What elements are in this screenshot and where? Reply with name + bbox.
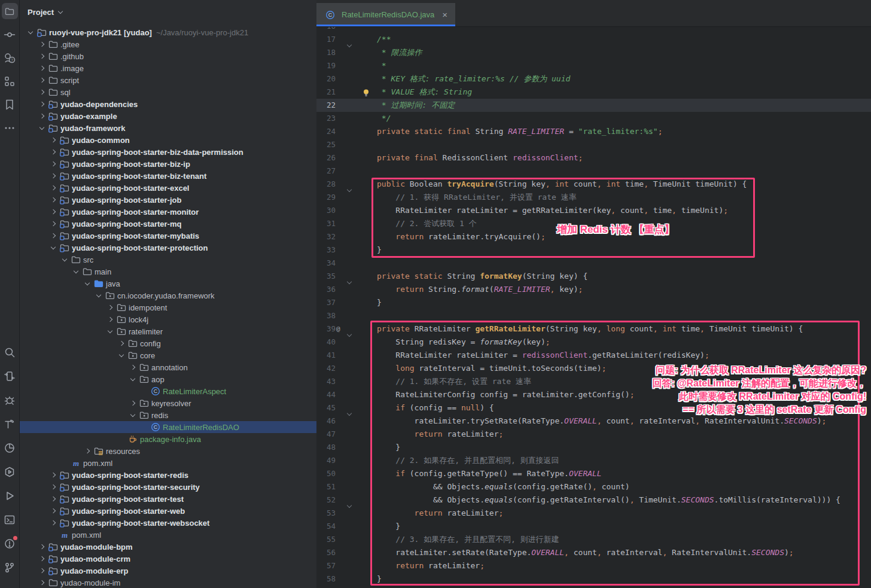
chevron-right-icon[interactable]	[105, 303, 115, 312]
code-line-47[interactable]: 47 return rateLimiter;	[316, 428, 871, 441]
code-line-46[interactable]: 46 rateLimiter.trySetRate(RateType.OVERA…	[316, 415, 871, 428]
chevron-right-icon[interactable]	[37, 75, 47, 85]
chevron-down-icon[interactable]	[60, 255, 69, 264]
code-line-27[interactable]: 27	[316, 164, 871, 178]
more-tool-windows-icon[interactable]	[2, 120, 18, 136]
tree-item-lock4j[interactable]: lock4j	[20, 313, 316, 325]
tree-item-yudao-spring-boot-starter-biz-ip[interactable]: yudao-spring-boot-starter-biz-ip	[20, 158, 316, 170]
tree-item-ratelimiter[interactable]: ratelimiter	[20, 325, 316, 337]
git-branch-icon[interactable]	[2, 559, 18, 575]
chevron-right-icon[interactable]	[48, 219, 58, 229]
code-line-45[interactable]: 45 if (config == null) {	[316, 401, 871, 415]
chevron-down-icon[interactable]	[128, 410, 138, 420]
chevron-down-icon[interactable]	[71, 267, 81, 276]
tree-item-yudao-spring-boot-starter-websocket[interactable]: yudao-spring-boot-starter-websocket	[20, 517, 316, 529]
chevron-right-icon[interactable]	[48, 506, 58, 516]
tree-item-redis[interactable]: redis	[20, 409, 316, 421]
chevron-right-icon[interactable]	[37, 39, 47, 49]
tree-item-pom-xml[interactable]: mpom.xml	[20, 457, 316, 469]
chevron-right-icon[interactable]	[37, 87, 47, 97]
bookmarks-icon[interactable]	[2, 96, 18, 112]
tree-item-gitee[interactable]: .gitee	[20, 38, 316, 50]
chevron-right-icon[interactable]	[117, 339, 126, 348]
code-line-36[interactable]: 36 return String.format(RATE_LIMITER, ke…	[316, 283, 871, 296]
code-line-21[interactable]: 21 * VALUE 格式: String	[316, 86, 871, 99]
tree-item-yudao-spring-boot-starter-mq[interactable]: yudao-spring-boot-starter-mq	[20, 218, 316, 230]
code-line-39[interactable]: 39@private RRateLimiter getRRateLimiter(…	[316, 322, 871, 336]
tree-item-yudao-framework[interactable]: yudao-framework	[20, 122, 316, 134]
code-line-43[interactable]: 43 // 1. 如果不存在, 设置 rate 速率	[316, 375, 871, 388]
services-icon[interactable]	[2, 464, 18, 480]
code-line-57[interactable]: 57 return rateLimiter;	[316, 559, 871, 572]
chevron-down-icon[interactable]	[37, 123, 47, 133]
tree-item-image[interactable]: .image	[20, 62, 316, 74]
code-line-40[interactable]: 40 String redisKey = formatKey(key);	[316, 336, 871, 349]
code-line-24[interactable]: 24private static final String RATE_LIMIT…	[316, 125, 871, 138]
tree-item-yudao-spring-boot-starter-monitor[interactable]: yudao-spring-boot-starter-monitor	[20, 206, 316, 218]
code-line-20[interactable]: 20 * KEY 格式: rate_limiter:%s // 参数为 uuid	[316, 72, 871, 86]
chevron-down-icon[interactable]	[26, 28, 35, 37]
chevron-right-icon[interactable]	[37, 63, 47, 73]
chevron-right-icon[interactable]	[48, 159, 58, 169]
tree-item-annotation[interactable]: annotation	[20, 361, 316, 373]
chevron-right-icon[interactable]	[48, 135, 58, 145]
tree-item-yudao-module-crm[interactable]: yudao-module-crm	[20, 553, 316, 565]
project-panel-header[interactable]: Project	[20, 0, 316, 24]
chevron-right-icon[interactable]	[37, 554, 47, 563]
code-line-32[interactable]: 32 return rateLimiter.tryAcquire();	[316, 230, 871, 243]
code-line-44[interactable]: 44 RateLimiterConfig config = rateLimite…	[316, 388, 871, 401]
code-line-35[interactable]: 35private static String formatKey(String…	[316, 270, 871, 283]
chevron-right-icon[interactable]	[48, 195, 58, 205]
code-line-29[interactable]: 29 // 1. 获得 RRateLimiter, 并设置 rate 速率	[316, 191, 871, 204]
chevron-right-icon[interactable]	[48, 482, 58, 492]
tree-item-package-info-java[interactable]: package-info.java	[20, 433, 316, 445]
tree-item-ruoyi-vue-pro-jdk21-yudao[interactable]: ruoyi-vue-pro-jdk21 [yudao]~/Java/ruoyi-…	[20, 26, 316, 38]
problems-icon[interactable]	[2, 535, 18, 552]
chevron-right-icon[interactable]	[48, 494, 58, 504]
tree-item-yudao-spring-boot-starter-web[interactable]: yudao-spring-boot-starter-web	[20, 505, 316, 517]
code-line-54[interactable]: 54 }	[316, 520, 871, 533]
chevron-down-icon[interactable]	[117, 351, 126, 360]
tree-item-script[interactable]: script	[20, 74, 316, 86]
tree-item-yudao-module-im[interactable]: yudao-module-im	[20, 577, 316, 588]
annotation-gutter-icon[interactable]: @	[336, 322, 340, 336]
chevron-down-icon[interactable]	[94, 291, 103, 300]
chevron-right-icon[interactable]	[48, 231, 58, 240]
project-icon[interactable]	[2, 3, 18, 19]
tree-item-yudao-example[interactable]: yudao-example	[20, 110, 316, 122]
code-line-51[interactable]: 51 && Objects.equals(config.getRate(), c…	[316, 480, 871, 493]
commit-icon[interactable]	[2, 26, 18, 42]
search-icon[interactable]	[2, 344, 18, 360]
code-line-17[interactable]: 17/**	[316, 33, 871, 46]
code-line-55[interactable]: 55 // 3. 如果存在, 并且配置不同, 则进行新建	[316, 533, 871, 546]
chevron-right-icon[interactable]	[48, 470, 58, 480]
tree-item-yudao-spring-boot-starter-job[interactable]: yudao-spring-boot-starter-job	[20, 194, 316, 206]
tree-item-aop[interactable]: aop	[20, 373, 316, 385]
tree-item-yudao-module-erp[interactable]: yudao-module-erp	[20, 565, 316, 577]
chevron-right-icon[interactable]	[128, 398, 138, 408]
tree-item-java[interactable]: java	[20, 278, 316, 290]
terminal-icon[interactable]	[2, 511, 18, 528]
tree-item-yudao-spring-boot-starter-biz-data-permission[interactable]: yudao-spring-boot-starter-biz-data-permi…	[20, 146, 316, 158]
chevron-right-icon[interactable]	[37, 578, 47, 587]
chevron-right-icon[interactable]	[37, 51, 47, 61]
tree-item-github[interactable]: .github	[20, 50, 316, 62]
tree-item-yudao-dependencies[interactable]: yudao-dependencies	[20, 98, 316, 110]
pull-requests-icon[interactable]: ?	[2, 50, 18, 66]
code-line-34[interactable]: 34	[316, 257, 871, 270]
chevron-right-icon[interactable]	[48, 207, 58, 217]
tree-item-yudao-spring-boot-starter-redis[interactable]: yudao-spring-boot-starter-redis	[20, 469, 316, 481]
chevron-right-icon[interactable]	[48, 518, 58, 528]
tree-item-sql[interactable]: sql	[20, 86, 316, 98]
chevron-down-icon[interactable]	[83, 279, 92, 288]
chevron-right-icon[interactable]	[37, 542, 47, 552]
code-line-42[interactable]: 42 long rateInterval = timeUnit.toSecond…	[316, 362, 871, 375]
tree-item-src[interactable]: src	[20, 254, 316, 266]
tab-close-icon[interactable]: ×	[440, 10, 449, 20]
debug-icon[interactable]	[2, 392, 18, 408]
code-line-18[interactable]: 18 * 限流操作	[316, 46, 871, 59]
code-line-31[interactable]: 31 // 2. 尝试获取 1 个	[316, 217, 871, 230]
tree-item-yudao-spring-boot-starter-security[interactable]: yudao-spring-boot-starter-security	[20, 481, 316, 493]
code-line-48[interactable]: 48 }	[316, 441, 871, 454]
tree-item-resources[interactable]: resources	[20, 445, 316, 457]
